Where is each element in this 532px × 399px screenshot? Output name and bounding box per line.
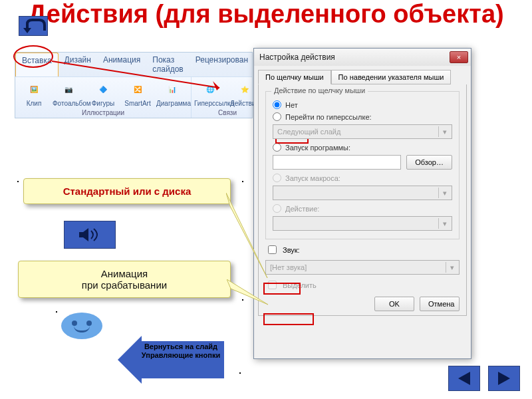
callout-standard-tail: [226, 193, 273, 286]
u-turn-button[interactable]: [19, 16, 48, 36]
radio-action: [273, 204, 281, 213]
clip-icon: 🖼️: [23, 80, 45, 98]
chevron-down-icon: ▾: [438, 188, 450, 198]
sound-check-row: Звук:: [265, 243, 460, 256]
fieldset-legend: Действие по щелчку мыши: [271, 86, 368, 94]
ribbon-group-label-illustrations: Иллюстрации: [18, 109, 188, 116]
red-highlight-highlight: [263, 313, 314, 325]
action-combo: ▾: [273, 216, 452, 231]
dialog-title-bar[interactable]: Настройка действия ×: [254, 49, 471, 66]
callout-animation-tail: [227, 279, 273, 313]
smartart-icon: 🔀: [127, 80, 148, 98]
smiley-mouth: [74, 326, 90, 332]
triangle-right-icon: [495, 370, 513, 386]
dialog-tab-hover[interactable]: По наведении указателя мыши: [331, 70, 452, 84]
decorative-dot: [17, 181, 19, 182]
smiley-shape[interactable]: [61, 313, 102, 339]
ribbon-item-smartart[interactable]: 🔀SmartArt: [122, 80, 154, 107]
speaker-icon: [76, 225, 103, 244]
chevron-down-icon: ▾: [446, 262, 458, 273]
ribbon-item-chart[interactable]: 📊Диаграмма: [156, 80, 188, 107]
dialog-close-button[interactable]: ×: [450, 51, 468, 63]
radio-program-label[interactable]: Запуск программы:: [285, 144, 350, 152]
radio-none-label[interactable]: Нет: [285, 101, 298, 109]
return-arrow-button[interactable]: Вернуться на слайд Управляющие кнопки: [118, 336, 224, 384]
decorative-dot: [56, 311, 57, 313]
cancel-button[interactable]: Отмена: [420, 297, 460, 311]
chevron-down-icon: ▾: [438, 126, 450, 137]
radio-action-row: Действие:: [273, 204, 452, 213]
hyperlink-combo-value: Следующий слайд: [277, 128, 340, 136]
action-settings-dialog: Настройка действия × По щелчку мыши По н…: [253, 48, 471, 359]
nav-next-button[interactable]: [488, 366, 520, 391]
decorative-dot: [242, 299, 243, 301]
shapes-icon: 🔷: [92, 80, 114, 98]
radio-hyperlink-row: Перейти по гиперссылке:: [273, 112, 452, 121]
ribbon-group-label-links: Связи: [194, 109, 261, 116]
macro-combo: ▾: [273, 186, 452, 200]
radio-action-label: Действие:: [285, 205, 319, 213]
ribbon-tab-animation[interactable]: Анимация: [97, 53, 146, 76]
radio-none-row: Нет: [273, 100, 452, 109]
ribbon-tabs: Вставка Дизайн Анимация Показ слайдов Ре…: [15, 53, 252, 76]
photoalbum-icon: 📷: [58, 80, 79, 98]
hyperlink-combo[interactable]: Следующий слайд ▾: [273, 124, 452, 139]
callout-standard-text: Стандартный или с диска: [63, 186, 192, 197]
sound-combo-value: [Нет звука]: [270, 263, 307, 271]
highlight-check-row: Выделить: [265, 279, 460, 291]
callout-animation-line2: при срабатывании: [28, 279, 221, 291]
ribbon: Вставка Дизайн Анимация Показ слайдов Ре…: [15, 52, 253, 118]
sound-label[interactable]: Звук:: [283, 246, 300, 254]
decorative-dot: [242, 181, 243, 182]
ribbon-tab-design[interactable]: Дизайн: [59, 53, 97, 76]
triangle-left-icon: [456, 370, 473, 386]
dialog-title-text: Настройка действия: [259, 53, 335, 62]
ribbon-tab-slideshow[interactable]: Показ слайдов: [146, 53, 189, 76]
globe-icon: 🌐: [200, 80, 221, 98]
slide-title: Действия (для выделенного объекта): [0, 0, 532, 28]
nav-prev-button[interactable]: [448, 366, 480, 391]
radio-hyperlink-label[interactable]: Перейти по гиперссылке:: [285, 113, 372, 121]
radio-program-row: Запуск программы:: [273, 143, 452, 152]
radio-none[interactable]: [273, 100, 281, 109]
ribbon-tab-insert[interactable]: Вставка: [15, 53, 59, 76]
ribbon-item-hyperlink[interactable]: 🌐Гиперссылка: [194, 80, 226, 107]
radio-macro-label: Запуск макроса:: [285, 174, 340, 182]
ribbon-tab-review[interactable]: Рецензирован: [190, 53, 254, 76]
ribbon-item-clip[interactable]: 🖼️Клип: [18, 80, 50, 107]
ribbon-item-shapes[interactable]: 🔷Фигуры: [87, 80, 119, 107]
decorative-dot: [239, 372, 241, 374]
u-turn-icon: [22, 19, 46, 35]
ribbon-group-illustrations: 🖼️Клип 📷Фотоальбом 🔷Фигуры 🔀SmartArt 📊Ди…: [15, 77, 192, 118]
speaker-shape[interactable]: [64, 221, 116, 249]
callout-animation: Анимация при срабатывании: [18, 261, 231, 298]
radio-program[interactable]: [273, 143, 281, 152]
chevron-down-icon: ▾: [438, 218, 450, 229]
click-action-fieldset: Действие по щелчку мыши Нет Перейти по г…: [265, 91, 460, 239]
star-icon: ⭐: [234, 80, 255, 98]
ok-button[interactable]: OK: [374, 297, 414, 311]
program-path-input[interactable]: [273, 155, 401, 170]
chart-icon: 📊: [162, 80, 183, 98]
radio-hyperlink[interactable]: [273, 112, 281, 121]
highlight-label: Выделить: [283, 281, 317, 289]
callout-animation-line1: Анимация: [28, 268, 221, 279]
return-arrow-text: Вернуться на слайд Управляющие кнопки: [138, 342, 224, 359]
callout-standard: Стандартный или с диска: [23, 178, 231, 204]
ribbon-item-photoalbum[interactable]: 📷Фотоальбом: [53, 80, 84, 107]
browse-button[interactable]: Обзор…: [406, 155, 452, 170]
dialog-tab-click[interactable]: По щелчку мыши: [258, 70, 331, 84]
sound-combo[interactable]: [Нет звука] ▾: [265, 260, 460, 275]
radio-macro: [273, 174, 281, 182]
radio-macro-row: Запуск макроса:: [273, 174, 452, 182]
